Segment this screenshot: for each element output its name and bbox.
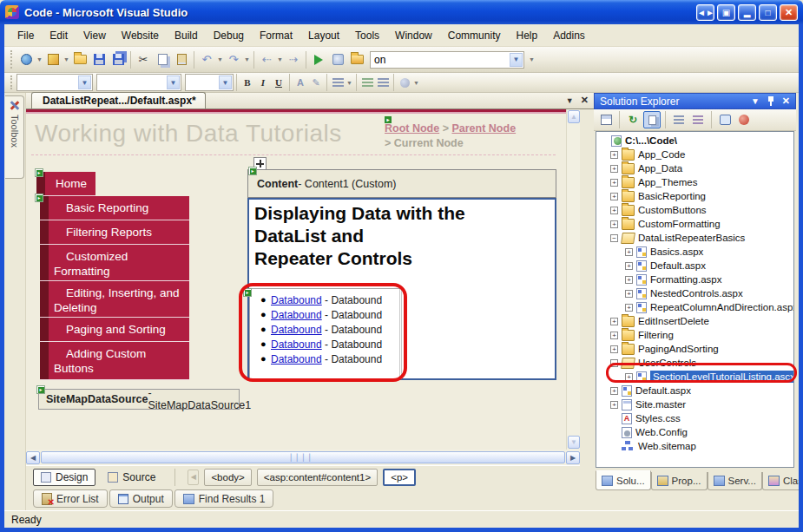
scroll-down-icon[interactable]: ▼ [568, 436, 580, 449]
tree-item-web-sitemap[interactable]: Web.sitemap [596, 439, 793, 453]
numbered-list-button[interactable] [375, 75, 391, 90]
title-bar[interactable]: Code - Microsoft Visual Studio ◄► ▣ ▂ □ … [0, 0, 803, 24]
minimize-button[interactable]: ▂ [738, 4, 756, 21]
tree-item-nestedcontrols-aspx[interactable]: +NestedControls.aspx [596, 286, 793, 300]
menu-debug[interactable]: Debug [206, 27, 252, 44]
expand-icon[interactable]: + [610, 345, 618, 353]
add-item-dropdown[interactable]: ▼ [63, 50, 70, 69]
breadcrumb-parent-link[interactable]: Parent Node [451, 122, 516, 135]
tree-item-default-aspx-root[interactable]: +Default.aspx [596, 384, 793, 397]
tree-item-app-themes[interactable]: +App_Themes [596, 175, 793, 189]
expand-icon[interactable]: + [610, 318, 618, 325]
menu-window[interactable]: Window [387, 27, 440, 44]
menu-file[interactable]: File [10, 27, 42, 44]
solution-explorer-header[interactable]: Solution Explorer ▼ ✕ [594, 93, 796, 109]
target-rule-combo[interactable]: ▼ [16, 74, 93, 91]
font-size-dropdown[interactable]: ▼ [219, 76, 232, 89]
nav-item-customized-formatting[interactable]: Customized Formatting [40, 245, 189, 281]
menu-build[interactable]: Build [167, 27, 206, 44]
expand-icon[interactable]: + [610, 332, 618, 339]
document-tab[interactable]: DataListRepeat.../Default.aspx* [31, 92, 206, 108]
smart-tag-icon[interactable]: ▸ [385, 116, 392, 123]
tag-p-button[interactable]: <p> [383, 469, 416, 486]
font-color-button[interactable]: A [293, 75, 308, 90]
maximize-button[interactable]: □ [759, 4, 777, 21]
tree-item-web-config[interactable]: Web.Config [596, 425, 793, 439]
document-list-dropdown-icon[interactable]: ▼ [566, 96, 574, 105]
expand-icon[interactable]: + [610, 207, 618, 214]
menu-view[interactable]: View [76, 27, 114, 44]
bold-button[interactable]: B [240, 75, 255, 90]
tag-scroll-left-icon[interactable]: ◀ [188, 470, 199, 485]
menu-tools[interactable]: Tools [347, 27, 387, 44]
expand-icon[interactable]: + [610, 193, 618, 200]
menu-format[interactable]: Format [252, 27, 300, 44]
nest-related-files-icon[interactable] [670, 111, 688, 128]
toolbar-grip[interactable] [10, 76, 14, 89]
nav-item-adding-custom-buttons[interactable]: Adding Custom Buttons [40, 342, 189, 380]
find-combo[interactable]: on ▼ [370, 51, 524, 69]
smart-tag-icon[interactable]: ▸ [35, 168, 43, 177]
save-all-button[interactable] [109, 50, 128, 69]
nav-item-filtering-reports[interactable]: Filtering Reports [40, 220, 189, 245]
close-panel-icon[interactable]: ✕ [782, 95, 790, 107]
expand-icon[interactable]: + [625, 262, 633, 270]
horizontal-scrollbar[interactable]: ◀ ▏▏▏▏ ▶ [26, 450, 580, 465]
window-menu-button[interactable]: ▣ [717, 4, 735, 21]
sync-button[interactable] [328, 50, 347, 69]
expand-icon[interactable]: + [610, 179, 618, 187]
nav-item-paging-sorting[interactable]: Paging and Sorting [40, 318, 189, 342]
content-control-header[interactable]: Content - Content1 (Custom) [247, 169, 556, 198]
collapse-icon[interactable]: − [610, 234, 618, 242]
tree-item-custombuttons[interactable]: +CustomButtons [596, 203, 793, 217]
nav-item-home[interactable]: Home [36, 172, 95, 196]
source-view-tab[interactable]: Source [101, 469, 162, 486]
copy-button[interactable] [153, 50, 172, 69]
new-website-dropdown[interactable]: ▼ [36, 50, 43, 69]
view-designer-icon[interactable] [716, 111, 734, 128]
scroll-left-icon[interactable]: ◀ [26, 451, 40, 464]
redo-button[interactable]: ↷ [224, 50, 243, 69]
expand-icon[interactable]: + [625, 304, 633, 312]
tree-item-basics-aspx[interactable]: +Basics.aspx [596, 245, 793, 259]
pin-icon[interactable] [767, 96, 774, 106]
dock-toggle-button[interactable]: ◄► [696, 4, 714, 21]
tag-body-button[interactable]: <body> [204, 469, 251, 486]
highlight-button[interactable]: ✎ [308, 75, 324, 90]
font-name-dropdown[interactable]: ▼ [167, 76, 180, 89]
expand-icon[interactable]: + [625, 290, 633, 298]
server-explorer-tab[interactable]: Serv... [708, 472, 762, 490]
tree-item-datalistrepeaterbasics[interactable]: −DataListRepeaterBasics [596, 231, 793, 245]
undo-dropdown[interactable]: ▼ [216, 50, 224, 69]
start-debugging-button[interactable] [309, 50, 328, 69]
expand-icon[interactable]: + [610, 151, 618, 159]
tree-item-default-aspx[interactable]: +Default.aspx [596, 259, 793, 273]
tree-item-app-code[interactable]: +App_Code [596, 148, 793, 161]
menu-help[interactable]: Help [508, 27, 545, 44]
smart-tag-icon[interactable]: ▸ [248, 167, 257, 175]
copy-website-icon[interactable] [643, 111, 661, 128]
expand-icon[interactable]: + [610, 220, 618, 228]
toolbox-tab[interactable]: Toolbox [5, 95, 24, 179]
menu-layout[interactable]: Layout [300, 27, 347, 44]
navigate-back-button[interactable]: ⇠ [257, 50, 276, 69]
close-button[interactable]: ✕ [780, 4, 798, 21]
output-tab[interactable]: Output [109, 489, 173, 508]
expand-icon[interactable]: + [610, 165, 618, 173]
scroll-up-icon[interactable]: ▲ [568, 110, 580, 123]
expand-icon[interactable]: + [625, 248, 633, 256]
menu-addins[interactable]: Addins [545, 27, 593, 44]
open-file-button[interactable] [70, 50, 89, 69]
scrollbar-thumb[interactable]: ▏▏▏▏ [41, 451, 565, 463]
font-name-combo[interactable]: ▼ [96, 74, 181, 91]
aspnet-configuration-icon[interactable] [735, 111, 753, 128]
find-results-tab[interactable]: Find Results 1 [174, 489, 274, 508]
tree-item-repeatcolumnanddirection-aspx[interactable]: +RepeatColumnAndDirection.aspx [596, 300, 793, 314]
properties-window-icon[interactable] [597, 111, 615, 128]
tree-item-app-data[interactable]: +App_Data [596, 161, 793, 175]
expand-icon[interactable]: + [610, 387, 618, 395]
solution-explorer-tab[interactable]: Solu... [596, 470, 651, 490]
properties-tab[interactable]: Prop... [651, 472, 708, 490]
italic-button[interactable]: I [255, 75, 271, 90]
font-size-combo[interactable]: ▼ [185, 74, 234, 91]
